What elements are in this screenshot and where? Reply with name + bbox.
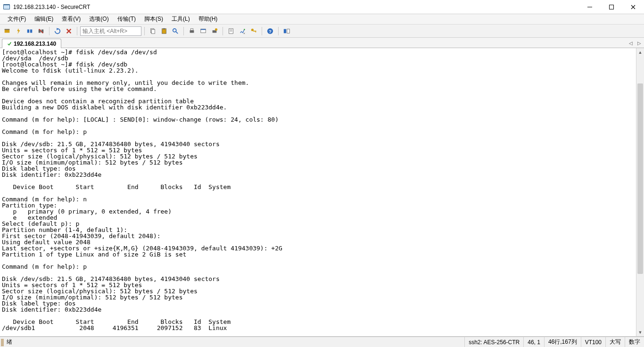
status-size: 46行,167列 [544, 337, 581, 347]
svg-line-16 [176, 31, 178, 33]
toolbar: ? [0, 25, 644, 38]
options-icon[interactable] [237, 26, 248, 36]
menu-view[interactable]: 查看(V) [58, 14, 84, 24]
session-tab[interactable]: 192.168.213.140 [2, 39, 61, 48]
scroll-thumb[interactable] [637, 83, 643, 274]
disconnect-red-icon[interactable] [64, 26, 74, 36]
scroll-up-icon[interactable]: ▲ [636, 48, 644, 56]
svg-rect-17 [190, 30, 194, 33]
terminal-output[interactable]: [root@localhost ~]# fdisk /dev/sda /dev/… [0, 48, 636, 336]
status-cipher: ssh2: AES-256-CTR [464, 337, 523, 347]
window-title: 192.168.213.140 - SecureCRT [13, 4, 90, 10]
log-session-icon[interactable] [226, 26, 236, 36]
svg-rect-14 [163, 28, 165, 29]
scroll-down-icon[interactable]: ▼ [636, 328, 644, 336]
menu-edit[interactable]: 编辑(E) [31, 14, 57, 24]
status-ready: 绪 [7, 338, 12, 346]
status-cursor: 46, 1 [523, 337, 544, 347]
tab-bar: 192.168.213.140 ◁ ▷ [0, 38, 644, 48]
tab-prev-icon[interactable]: ◁ [628, 40, 634, 46]
app-icon [3, 3, 10, 11]
tab-next-icon[interactable]: ▷ [636, 40, 642, 46]
close-button[interactable] [622, 0, 644, 14]
print-screen-icon[interactable] [198, 26, 208, 36]
menu-script[interactable]: 脚本(S) [140, 14, 167, 24]
connect-icon[interactable] [2, 26, 12, 36]
terminal-pane: [root@localhost ~]# fdisk /dev/sda /dev/… [0, 48, 644, 337]
reconnect-all-icon[interactable] [52, 26, 63, 36]
reconnect-icon[interactable] [25, 26, 35, 36]
print-setup-icon[interactable] [209, 26, 220, 36]
key-icon[interactable] [248, 26, 259, 36]
svg-rect-7 [30, 29, 32, 33]
checkmark-icon [7, 41, 12, 46]
status-num: 数字 [625, 337, 644, 347]
print-icon[interactable] [187, 26, 197, 36]
menu-tools[interactable]: 工具(L) [168, 14, 194, 24]
find-icon[interactable] [170, 26, 181, 36]
svg-rect-29 [256, 31, 256, 33]
copy-icon[interactable] [148, 26, 158, 36]
menu-help[interactable]: 帮助(H) [195, 14, 222, 24]
svg-rect-12 [151, 29, 155, 33]
maximize-button[interactable] [601, 0, 622, 14]
session-manager-icon[interactable] [281, 26, 292, 36]
svg-point-26 [244, 29, 245, 30]
quick-connect-icon[interactable] [13, 26, 24, 36]
svg-rect-5 [5, 29, 10, 30]
vertical-scrollbar[interactable]: ▲ ▼ [636, 48, 644, 336]
svg-rect-2 [587, 7, 592, 7]
tab-label: 192.168.213.140 [14, 41, 56, 47]
svg-rect-33 [287, 29, 289, 33]
scroll-track[interactable] [636, 56, 644, 328]
svg-rect-18 [190, 28, 193, 30]
svg-rect-32 [284, 29, 286, 33]
host-input[interactable] [80, 26, 141, 36]
tab-nav: ◁ ▷ [628, 38, 642, 48]
status-term: VT100 [581, 337, 605, 347]
svg-rect-3 [610, 5, 614, 9]
status-caps: 大写 [605, 337, 625, 347]
svg-point-15 [173, 28, 176, 32]
minimize-button[interactable] [579, 0, 601, 14]
svg-rect-1 [4, 5, 9, 9]
menu-options[interactable]: 选项(O) [85, 14, 112, 24]
menu-file[interactable]: 文件(F) [4, 14, 30, 24]
status-bar: 绪 ssh2: AES-256-CTR 46, 1 46行,167列 VT100… [0, 337, 644, 347]
menu-bar: 文件(F) 编辑(E) 查看(V) 选项(O) 传输(T) 脚本(S) 工具(L… [0, 14, 644, 25]
status-grip-icon [1, 339, 4, 346]
svg-point-22 [215, 28, 217, 30]
disconnect-icon[interactable] [36, 26, 46, 36]
svg-rect-20 [201, 29, 206, 30]
menu-transfer[interactable]: 传输(T) [114, 14, 140, 24]
help-icon[interactable]: ? [265, 26, 275, 36]
svg-text:?: ? [269, 28, 272, 33]
svg-rect-6 [27, 29, 29, 33]
paste-icon[interactable] [159, 26, 169, 36]
title-bar: 192.168.213.140 - SecureCRT [0, 0, 644, 14]
